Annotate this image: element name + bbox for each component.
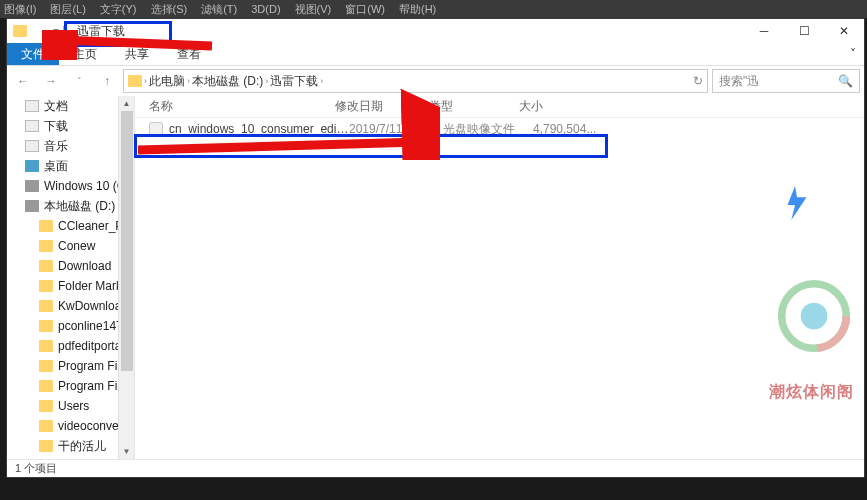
col-size[interactable]: 大小 (519, 98, 599, 115)
menu-help[interactable]: 帮助(H) (399, 2, 436, 17)
qat-icon[interactable] (33, 24, 47, 38)
explorer-window: ▾ | 迅雷下载 ─ ☐ ✕ 文件 主页 共享 查看 ˅ ← → ˅ ↑ › 此… (6, 18, 865, 478)
thunder-logo-icon (778, 184, 816, 222)
refresh-icon[interactable]: ↻ (693, 74, 703, 88)
iso-file-icon (149, 122, 163, 136)
tree-item[interactable]: videoconverte (7, 416, 118, 436)
tree-item[interactable]: 本地磁盘 (D:) (7, 196, 118, 216)
tree-item[interactable]: 桌面 (7, 156, 118, 176)
menu-layer[interactable]: 图层(L) (50, 2, 85, 17)
scroll-up-icon[interactable]: ▲ (119, 96, 134, 111)
chevron-right-icon[interactable]: › (265, 76, 268, 86)
tree-label: 本地磁盘 (D:) (44, 198, 115, 215)
tree-label: Download (58, 259, 111, 273)
svg-point-2 (801, 303, 828, 330)
scroll-thumb[interactable] (121, 111, 133, 371)
file-type: 光盘映像文件 (443, 121, 533, 138)
minimize-button[interactable]: ─ (744, 19, 784, 43)
file-size: 4,790,504... (533, 122, 613, 136)
tree-item[interactable]: Download (7, 256, 118, 276)
tree-item[interactable]: Program Files (7, 376, 118, 396)
tree-label: Conew (58, 239, 95, 253)
window-folder-icon (13, 25, 27, 37)
breadcrumb-pc[interactable]: 此电脑 (149, 73, 185, 90)
col-name[interactable]: 名称 (135, 98, 335, 115)
menu-image[interactable]: 图像(I) (4, 2, 36, 17)
tree-item[interactable]: 下载 (7, 116, 118, 136)
tree-item[interactable]: Conew (7, 236, 118, 256)
chevron-right-icon[interactable]: › (187, 76, 190, 86)
watermark-text: 潮炫体闲阁 (769, 382, 854, 403)
tree-label: Users (58, 399, 89, 413)
tab-home[interactable]: 主页 (59, 43, 111, 65)
tab-view[interactable]: 查看 (163, 43, 215, 65)
file-row[interactable]: cn_windows_10_consumer_editions_v... 201… (135, 118, 864, 140)
tree-item[interactable]: KwDownload (7, 296, 118, 316)
folder-icon (39, 320, 53, 332)
menu-select[interactable]: 选择(S) (151, 2, 188, 17)
nav-history-button[interactable]: ˅ (67, 69, 91, 93)
folder-icon (39, 340, 53, 352)
folder-icon (39, 420, 53, 432)
folder-icon (39, 240, 53, 252)
chevron-right-icon[interactable]: › (320, 76, 323, 86)
drive-icon (25, 180, 39, 192)
tree-item[interactable]: Program Files (7, 356, 118, 376)
nav-tree: 文档下载音乐桌面Windows 10 (C本地磁盘 (D:)CCleaner_P… (7, 96, 135, 459)
window-title: 迅雷下载 (71, 23, 125, 40)
close-button[interactable]: ✕ (824, 19, 864, 43)
titlebar: ▾ | 迅雷下载 ─ ☐ ✕ (7, 19, 864, 43)
status-bar: 1 个项目 (7, 459, 864, 477)
tree-item[interactable]: 音乐 (7, 136, 118, 156)
doc-icon (25, 100, 39, 112)
ribbon-tabs: 文件 主页 共享 查看 ˅ (7, 43, 864, 66)
tree-item[interactable]: 文档 (7, 96, 118, 116)
scroll-down-icon[interactable]: ▼ (119, 444, 134, 459)
folder-icon (39, 280, 53, 292)
breadcrumb-drive[interactable]: 本地磁盘 (D:) (192, 73, 263, 90)
folder-icon (39, 300, 53, 312)
menu-filter[interactable]: 滤镜(T) (201, 2, 237, 17)
folder-icon (39, 440, 53, 452)
tab-file[interactable]: 文件 (7, 43, 59, 65)
breadcrumb-icon (128, 75, 142, 87)
tree-item[interactable]: CCleaner_Pro (7, 216, 118, 236)
ribbon-toggle-icon[interactable]: ˅ (842, 43, 864, 65)
watermark-logo-icon (776, 278, 852, 354)
music-icon (25, 140, 39, 152)
nav-forward-button[interactable]: → (39, 69, 63, 93)
file-name: cn_windows_10_consumer_editions_v... (169, 122, 349, 136)
address-bar[interactable]: › 此电脑 › 本地磁盘 (D:) › 迅雷下载 › ↻ (123, 69, 708, 93)
col-date[interactable]: 修改日期 (335, 98, 429, 115)
status-count: 1 个项目 (15, 461, 57, 476)
tree-item[interactable]: Folder Marker (7, 276, 118, 296)
tree-item[interactable]: 干的活儿 (7, 436, 118, 456)
nav-back-button[interactable]: ← (11, 69, 35, 93)
qat-dropdown-icon[interactable]: ▾ | (53, 24, 65, 38)
tree-label: 蓝奏云盘 (58, 458, 106, 460)
search-input[interactable]: 搜索"迅 🔍 (712, 69, 860, 93)
col-type[interactable]: 类型 (429, 98, 519, 115)
menu-text[interactable]: 文字(Y) (100, 2, 137, 17)
tree-item[interactable]: Windows 10 (C (7, 176, 118, 196)
tree-item[interactable]: 蓝奏云盘 (7, 456, 118, 459)
maximize-button[interactable]: ☐ (784, 19, 824, 43)
menu-3d[interactable]: 3D(D) (251, 3, 280, 15)
tree-item[interactable]: pdfeditportab (7, 336, 118, 356)
chevron-right-icon[interactable]: › (144, 76, 147, 86)
tree-item[interactable]: Users (7, 396, 118, 416)
search-icon[interactable]: 🔍 (838, 74, 853, 88)
tree-label: 文档 (44, 98, 68, 115)
folder-icon (39, 380, 53, 392)
tree-label: Windows 10 (C (44, 179, 125, 193)
tree-item[interactable]: pconline1478 (7, 316, 118, 336)
tree-label: 桌面 (44, 158, 68, 175)
nav-up-button[interactable]: ↑ (95, 69, 119, 93)
breadcrumb-folder[interactable]: 迅雷下载 (270, 73, 318, 90)
tab-share[interactable]: 共享 (111, 43, 163, 65)
nav-scrollbar[interactable]: ▲ ▼ (118, 96, 134, 459)
menu-window[interactable]: 窗口(W) (345, 2, 385, 17)
down-icon (25, 120, 39, 132)
column-headers: 名称 修改日期 类型 大小 (135, 96, 864, 118)
menu-view[interactable]: 视图(V) (295, 2, 332, 17)
